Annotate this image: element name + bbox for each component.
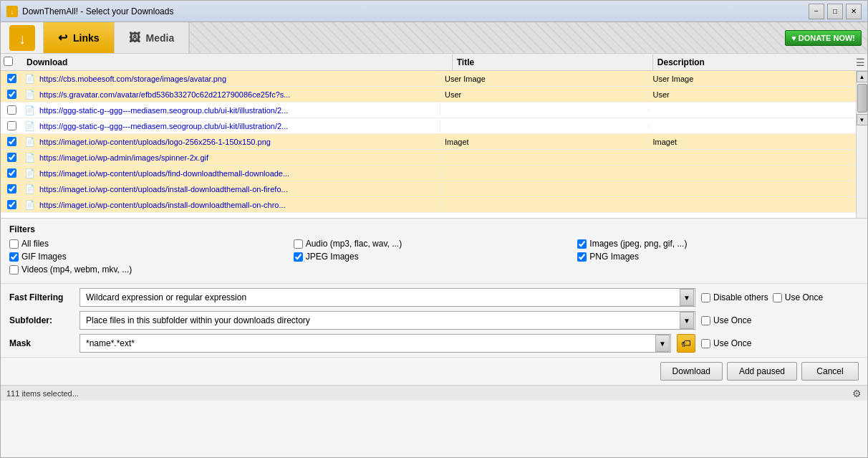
row-checkbox-cell[interactable] [1, 168, 22, 178]
row-checkbox-cell[interactable] [1, 153, 22, 162]
window-controls: − □ ✕ [809, 4, 862, 19]
download-button[interactable]: Download [660, 362, 723, 381]
filter-row-2: GIF Images JPEG Images PNG Images [9, 252, 859, 262]
filter-png-label: PNG Images [589, 252, 639, 262]
add-paused-button[interactable]: Add paused [727, 362, 797, 381]
links-tab-icon: ↩ [58, 31, 67, 44]
filter-all-files[interactable]: All files [9, 239, 291, 249]
row-url: https://cbs.mobeesoft.com/storage/images… [37, 73, 440, 85]
row-checkbox[interactable] [7, 90, 16, 99]
filter-jpeg-checkbox[interactable] [294, 252, 303, 262]
mask-right-controls: Use Once [701, 338, 859, 348]
row-checkbox[interactable] [7, 121, 16, 130]
row-description: User Image [649, 73, 857, 85]
settings-icon[interactable]: ⚙ [852, 388, 862, 399]
row-title [440, 156, 649, 159]
row-checkbox[interactable] [7, 105, 16, 115]
status-bar: 111 items selected... ⚙ [1, 385, 867, 401]
table-row: 📄 https://imaget.io/wp-content/uploads/i… [1, 181, 856, 197]
mask-use-once-wrap[interactable]: Use Once [701, 338, 751, 348]
filter-gif[interactable]: GIF Images [9, 252, 291, 262]
disable-others-wrap[interactable]: Disable others [701, 292, 768, 302]
filter-videos-checkbox[interactable] [9, 265, 19, 275]
row-checkbox[interactable] [7, 184, 16, 194]
row-file-icon: 📄 [22, 137, 37, 147]
row-url: https://ggg-static-g--ggg---mediasem.seo… [37, 105, 440, 116]
subfolder-input-wrap: Place files in this subfolder within you… [79, 311, 695, 330]
table-row: 📄 https://s.gravatar.com/avatar/efbd536b… [1, 87, 856, 102]
scroll-up-button[interactable]: ▲ [857, 71, 868, 82]
cancel-button[interactable]: Cancel [801, 362, 859, 381]
row-title: Imaget [440, 136, 649, 148]
row-checkbox-cell[interactable] [1, 137, 22, 146]
mask-tag-button[interactable]: 🏷 [677, 334, 695, 353]
filter-png-checkbox[interactable] [577, 252, 587, 262]
row-checkbox[interactable] [7, 200, 16, 209]
filter-jpeg-label: JPEG Images [306, 252, 359, 262]
row-file-icon: 📄 [22, 74, 37, 84]
tab-media[interactable]: 🖼 Media [115, 22, 190, 53]
tab-links[interactable]: ↩ Links [44, 22, 115, 53]
row-description: User [649, 89, 857, 100]
controls-section: Fast Filtering Wildcard expression or re… [1, 284, 867, 357]
row-checkbox[interactable] [7, 74, 16, 83]
subfolder-use-once-label: Use Once [713, 315, 751, 325]
row-file-icon: 📄 [22, 200, 37, 210]
filter-images[interactable]: Images (jpeg, png, gif, ...) [577, 239, 859, 249]
row-checkbox-cell[interactable] [1, 90, 22, 99]
subfolder-use-once-wrap[interactable]: Use Once [701, 315, 751, 325]
minimize-button[interactable]: − [809, 4, 824, 19]
row-checkbox-cell[interactable] [1, 184, 22, 194]
fast-filtering-use-once-checkbox[interactable] [773, 293, 782, 302]
maximize-button[interactable]: □ [827, 4, 843, 19]
filter-png[interactable]: PNG Images [577, 252, 859, 262]
subfolder-use-once-checkbox[interactable] [701, 316, 710, 325]
filter-videos-label: Videos (mp4, webm, mkv, ...) [21, 264, 132, 275]
filter-all-files-checkbox[interactable] [9, 239, 19, 249]
row-title: User Image [440, 73, 649, 85]
scroll-down-button[interactable]: ▼ [857, 114, 868, 125]
row-checkbox-cell[interactable] [1, 200, 22, 209]
table-row: 📄 https://imaget.io/wp-admin/images/spin… [1, 150, 856, 166]
row-file-icon: 📄 [22, 184, 37, 194]
subfolder-label: Subfolder: [9, 315, 74, 325]
fast-filtering-row: Fast Filtering Wildcard expression or re… [9, 288, 859, 307]
row-checkbox[interactable] [7, 137, 16, 146]
filter-images-checkbox[interactable] [577, 239, 587, 249]
column-menu-icon[interactable]: ☰ [853, 57, 867, 68]
mask-select[interactable]: *name*.*ext* [79, 334, 671, 353]
window-title: DownThemAll! - Select your Downloads [22, 6, 809, 16]
disable-others-checkbox[interactable] [701, 293, 710, 302]
filter-gif-checkbox[interactable] [9, 252, 19, 262]
table-header: Download Title Description ☰ [1, 54, 867, 71]
filter-videos[interactable]: Videos (mp4, webm, mkv, ...) [9, 264, 859, 275]
vertical-scrollbar[interactable]: ▲ ▼ [856, 71, 867, 218]
close-button[interactable]: ✕ [846, 4, 862, 19]
subfolder-right-controls: Use Once [701, 315, 859, 325]
mask-use-once-checkbox[interactable] [701, 339, 710, 348]
row-checkbox-cell[interactable] [1, 121, 22, 130]
fast-filtering-select[interactable]: Wildcard expression or regular expressio… [79, 288, 695, 307]
filter-gif-label: GIF Images [21, 252, 67, 262]
scroll-thumb[interactable] [857, 84, 867, 113]
table-row: 📄 https://imaget.io/wp-content/uploads/i… [1, 197, 856, 213]
row-url: https://imaget.io/wp-content/uploads/ins… [37, 183, 440, 195]
row-description [649, 125, 857, 128]
select-all-checkbox[interactable] [4, 57, 13, 66]
row-checkbox-cell[interactable] [1, 74, 22, 83]
row-checkbox[interactable] [7, 168, 16, 178]
app-logo: ↓ [9, 25, 35, 51]
filter-audio-checkbox[interactable] [294, 239, 303, 249]
row-url: https://imaget.io/wp-content/uploads/log… [37, 136, 440, 148]
row-checkbox[interactable] [7, 153, 16, 162]
row-url: https://imaget.io/wp-content/uploads/ins… [37, 199, 440, 211]
subfolder-select[interactable]: Place files in this subfolder within you… [79, 311, 695, 330]
filters-title: Filters [9, 224, 859, 234]
fast-filtering-use-once-wrap[interactable]: Use Once [773, 292, 823, 302]
row-checkbox-cell[interactable] [1, 105, 22, 115]
filter-audio[interactable]: Audio (mp3, flac, wav, ...) [294, 239, 575, 249]
filter-jpeg[interactable]: JPEG Images [294, 252, 575, 262]
app-icon: ↓ [6, 6, 18, 17]
donate-button[interactable]: ♥ DONATE NOW! [785, 30, 862, 46]
row-description [649, 156, 857, 159]
